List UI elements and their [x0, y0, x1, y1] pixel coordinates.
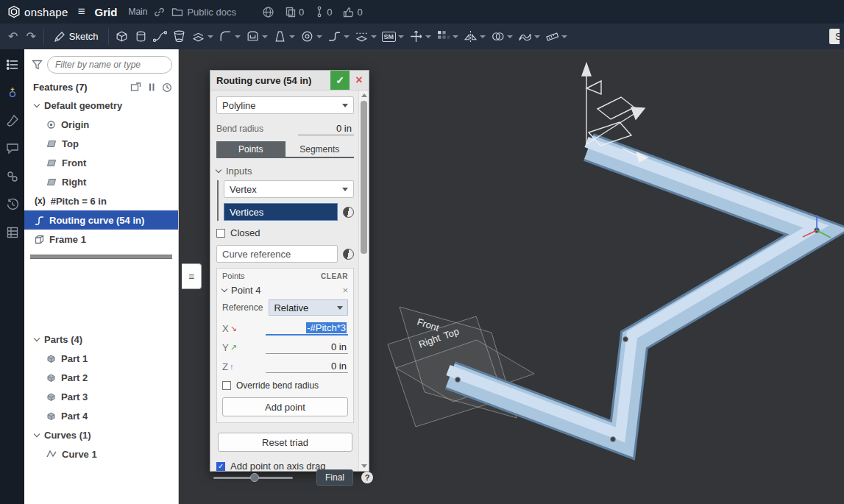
- y-coordinate-input[interactable]: 0 in: [266, 341, 348, 354]
- likes-counter[interactable]: 0: [343, 7, 362, 18]
- dialog-header[interactable]: Routing curve (54 in) ✓ ×: [210, 71, 369, 90]
- comment-icon[interactable]: [6, 142, 19, 155]
- panel-drag-handle[interactable]: ≡: [182, 263, 202, 289]
- transform-tool[interactable]: [407, 27, 433, 46]
- bom-table-icon[interactable]: [6, 226, 19, 239]
- surface-tool[interactable]: [516, 27, 542, 46]
- insert-here-icon[interactable]: [130, 82, 141, 92]
- thicken-tool[interactable]: [189, 27, 216, 46]
- split-tool[interactable]: [352, 27, 379, 46]
- scroll-up-icon[interactable]: [361, 93, 367, 97]
- tree-item-top-plane[interactable]: Top: [24, 134, 178, 153]
- shell-tool[interactable]: [244, 27, 270, 46]
- filter-funnel-icon[interactable]: [32, 60, 43, 70]
- remove-point-icon[interactable]: ×: [342, 285, 348, 296]
- preview-slider-thumb[interactable]: [250, 473, 259, 482]
- search-tools-button[interactable]: S: [829, 29, 840, 44]
- tree-item-front-plane[interactable]: Front: [24, 153, 178, 172]
- revolve-tool[interactable]: [132, 27, 150, 46]
- routing-curve-tool[interactable]: [325, 27, 352, 46]
- tree-item-part-3[interactable]: Part 3: [24, 387, 178, 406]
- tree-group-parts[interactable]: Parts (4): [24, 330, 178, 349]
- tree-group-curves[interactable]: Curves (1): [24, 425, 178, 444]
- tree-item-part-1[interactable]: Part 1: [24, 349, 178, 368]
- document-location[interactable]: Public docs: [171, 7, 235, 18]
- final-button[interactable]: Final: [316, 469, 353, 486]
- chevron-down-icon[interactable]: [34, 101, 40, 107]
- curve-reference-field[interactable]: Curve reference: [216, 245, 338, 263]
- point-4-header[interactable]: Point 4 ×: [217, 282, 353, 299]
- clear-button[interactable]: CLEAR: [321, 272, 348, 280]
- draft-tool[interactable]: [271, 27, 297, 46]
- onshape-logo[interactable]: onshape: [7, 5, 68, 18]
- extrude-tool[interactable]: [113, 27, 131, 46]
- measure-tool[interactable]: [543, 27, 570, 46]
- add-point-button[interactable]: Add point: [222, 397, 348, 416]
- override-bend-radius-checkbox[interactable]: [222, 381, 231, 390]
- tree-item-part-2[interactable]: Part 2: [24, 368, 178, 387]
- hole-tool[interactable]: [298, 27, 325, 46]
- fillet-tool[interactable]: [216, 27, 243, 46]
- filter-input[interactable]: [47, 56, 172, 74]
- inputs-section-header[interactable]: Inputs: [216, 166, 354, 177]
- tab-points[interactable]: Points: [216, 141, 286, 157]
- main-menu-icon[interactable]: ≡: [75, 4, 88, 19]
- z-coordinate-input[interactable]: 0 in: [266, 360, 348, 373]
- override-bend-radius-row[interactable]: Override bend radius: [222, 380, 348, 391]
- vertices-selection-field[interactable]: Vertices: [224, 203, 338, 221]
- document-title[interactable]: Grid: [95, 6, 118, 18]
- rollback-history-icon[interactable]: [162, 82, 172, 93]
- tree-item-right-plane[interactable]: Right: [24, 172, 178, 191]
- mate-connector-icon[interactable]: [6, 86, 19, 99]
- scrollbar-thumb[interactable]: [361, 101, 367, 254]
- share-link-icon[interactable]: [154, 7, 165, 18]
- tree-item-part-4[interactable]: Part 4: [24, 406, 178, 425]
- graphics-viewport[interactable]: Front Right Top: [179, 49, 844, 504]
- history-icon[interactable]: [6, 198, 19, 211]
- feature-list-icon[interactable]: [6, 58, 19, 71]
- confirm-button[interactable]: ✓: [330, 71, 350, 90]
- reference-select[interactable]: Relative: [269, 299, 348, 316]
- copies-counter[interactable]: 0: [286, 7, 304, 18]
- closed-checkbox[interactable]: [216, 229, 225, 238]
- vertex-type-select[interactable]: Vertex: [224, 180, 354, 198]
- section-view-icon[interactable]: [6, 170, 19, 183]
- cancel-button[interactable]: ×: [350, 71, 369, 90]
- loft-tool[interactable]: [170, 27, 188, 46]
- redo-button[interactable]: ↷: [22, 29, 39, 43]
- tree-item-frame-1[interactable]: Frame 1: [24, 230, 178, 249]
- mirror-tool[interactable]: [461, 27, 488, 46]
- tree-item-routing-curve[interactable]: Routing curve (54 in): [24, 210, 178, 230]
- sheet-metal-tool[interactable]: SM: [380, 29, 407, 44]
- chevron-down-icon[interactable]: [34, 430, 40, 436]
- sweep-tool[interactable]: [151, 27, 169, 46]
- mate-connector-filter-icon[interactable]: [343, 249, 354, 260]
- closed-checkbox-row[interactable]: Closed: [216, 227, 354, 238]
- dialog-scrollbar[interactable]: [358, 90, 369, 471]
- suppress-pause-icon[interactable]: [148, 82, 155, 92]
- bend-radius-input[interactable]: 0 in: [298, 122, 354, 135]
- boolean-tool[interactable]: [489, 27, 515, 46]
- help-button[interactable]: ?: [361, 472, 373, 483]
- forks-counter[interactable]: 0: [315, 6, 332, 18]
- workspace-label[interactable]: Main: [128, 7, 147, 17]
- tree-item-default-geometry[interactable]: Default geometry: [24, 96, 178, 115]
- undo-button[interactable]: ↶: [4, 29, 21, 43]
- scroll-down-icon[interactable]: [361, 464, 367, 468]
- tree-item-pitch-variable[interactable]: (x) #Pitch = 6 in: [24, 191, 178, 210]
- tab-segments[interactable]: Segments: [286, 141, 355, 157]
- preview-slider[interactable]: [213, 477, 293, 479]
- curve-type-select[interactable]: Polyline: [216, 96, 354, 114]
- sketch-button[interactable]: Sketch: [48, 29, 104, 45]
- x-coordinate-input[interactable]: -#Pitch*3: [266, 322, 348, 336]
- fork-icon: [315, 6, 324, 18]
- likes-count: 0: [357, 7, 362, 18]
- linear-pattern-tool[interactable]: [434, 27, 461, 46]
- appearance-brush-icon[interactable]: [6, 114, 19, 127]
- tree-item-curve-1[interactable]: Curve 1: [24, 444, 178, 464]
- tree-item-origin[interactable]: Origin: [24, 115, 178, 134]
- public-globe-icon[interactable]: [262, 6, 274, 18]
- chevron-down-icon[interactable]: [34, 335, 40, 341]
- reset-triad-button[interactable]: Reset triad: [218, 433, 352, 452]
- mate-connector-filter-icon[interactable]: [343, 207, 354, 218]
